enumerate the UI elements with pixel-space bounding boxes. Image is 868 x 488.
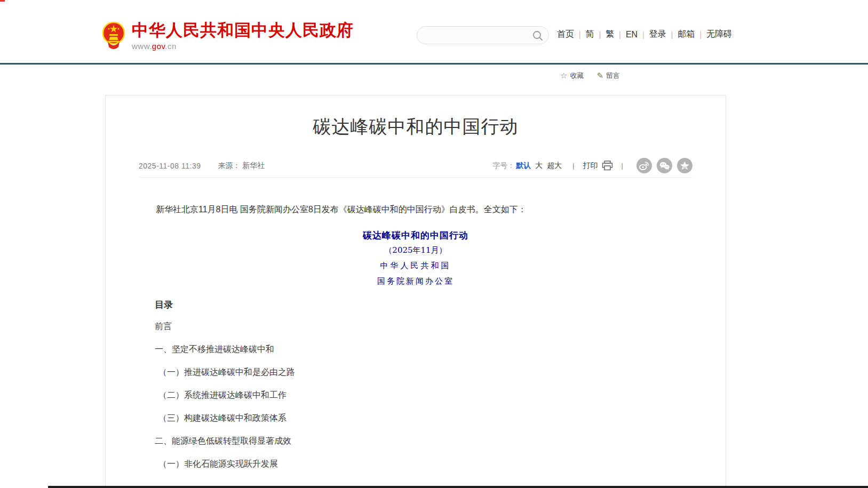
- print-button[interactable]: 打印: [583, 161, 613, 171]
- comment-label: 留言: [606, 71, 620, 81]
- table-of-contents: 前言 一、坚定不移推进碳达峰碳中和 （一）推进碳达峰碳中和是必由之路 （二）系统…: [155, 322, 295, 482]
- nav-traditional[interactable]: 繁: [606, 29, 614, 40]
- national-emblem-icon: [102, 21, 125, 52]
- toc-item: （二）系统推进碳达峰碳中和工作: [155, 390, 295, 399]
- search-icon[interactable]: [532, 30, 543, 41]
- search-input[interactable]: [426, 27, 527, 44]
- page-title: 碳达峰碳中和的中国行动: [106, 115, 726, 139]
- nav-mail[interactable]: 邮箱: [678, 29, 695, 40]
- star-icon: ☆: [560, 71, 567, 81]
- wechat-share-icon[interactable]: [657, 158, 672, 173]
- font-size-xlarge-button[interactable]: 超大: [547, 161, 562, 171]
- article-card: 碳达峰碳中和的中国行动 2025-11-08 11:39 来源： 新华社 字号：…: [105, 95, 726, 488]
- comment-link[interactable]: ✎ 留言: [596, 71, 620, 81]
- source: 来源： 新华社: [218, 161, 265, 171]
- site-url: www.gov.cn: [132, 42, 354, 51]
- nav-simplified[interactable]: 简: [586, 29, 594, 40]
- toc-item: （三）构建碳达峰碳中和政策体系: [155, 413, 295, 422]
- browser-corner-artifact: [0, 0, 5, 2]
- pencil-icon: ✎: [596, 71, 603, 81]
- taskbar-edge-artifact: [48, 486, 868, 488]
- site-title: 中华人民共和国中央人民政府: [132, 21, 354, 39]
- publish-date: 2025-11-08 11:39: [139, 162, 201, 170]
- qzone-share-icon[interactable]: [677, 158, 692, 173]
- document-author-line1: 中华人民共和国: [106, 261, 726, 271]
- document-title: 碳达峰碳中和的中国行动: [106, 229, 726, 242]
- toc-item: 前言: [155, 322, 295, 331]
- lead-paragraph: 新华社北京11月8日电 国务院新闻办公室8日发布《碳达峰碳中和的中国行动》白皮书…: [139, 202, 692, 217]
- sub-bar: ☆ 收藏 ✎ 留言: [0, 66, 868, 85]
- nav-english[interactable]: EN: [626, 30, 638, 39]
- top-nav: 首页 | 简 | 繁 | EN | 登录 | 邮箱 | 无障碍: [557, 29, 732, 40]
- printer-icon: [602, 161, 613, 171]
- font-size-label: 字号：: [492, 161, 515, 171]
- nav-accessibility[interactable]: 无障碍: [706, 29, 732, 40]
- favorite-label: 收藏: [570, 71, 584, 81]
- weibo-share-icon[interactable]: [636, 158, 652, 173]
- share-icons: [632, 158, 692, 173]
- nav-login[interactable]: 登录: [649, 29, 666, 40]
- toc-item: 二、能源绿色低碳转型取得显著成效: [155, 436, 295, 445]
- search-box: [417, 26, 549, 44]
- site-header: 中华人民共和国中央人民政府 www.gov.cn 首页 | 简 | 繁 | EN…: [0, 0, 868, 65]
- font-size-large-button[interactable]: 大: [535, 161, 543, 171]
- toc-item: （一）非化石能源实现跃升发展: [155, 459, 295, 468]
- font-size-default-button[interactable]: 默认: [516, 161, 531, 171]
- toc-item: （一）推进碳达峰碳中和是必由之路: [155, 367, 295, 377]
- article-meta-row: 2025-11-08 11:39 来源： 新华社 字号： 默认 大 超大 | 打…: [139, 154, 692, 178]
- toc-item: 一、坚定不移推进碳达峰碳中和: [155, 345, 295, 354]
- toc-heading: 目录: [155, 299, 173, 311]
- document-author-line2: 国务院新闻办公室: [106, 276, 726, 286]
- document-date: （2025年11月）: [106, 245, 726, 255]
- favorite-link[interactable]: ☆ 收藏: [560, 71, 584, 81]
- site-logo[interactable]: 中华人民共和国中央人民政府 www.gov.cn: [102, 21, 354, 52]
- nav-home[interactable]: 首页: [557, 29, 574, 40]
